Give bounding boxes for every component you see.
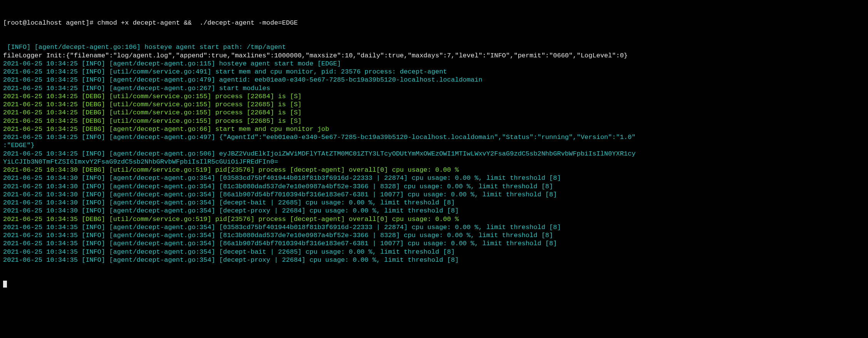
log-line: 2021-06-25 10:34:35 [INFO] [agent/decept… <box>3 223 865 231</box>
prompt-line: [root@localhost agent]# chmod +x decept-… <box>3 19 865 27</box>
log-line: 2021-06-25 10:34:25 [INFO] [agent/decept… <box>3 150 865 158</box>
log-line: 2021-06-25 10:34:25 [INFO] [agent/decept… <box>3 76 865 84</box>
log-line: 2021-06-25 10:34:30 [DEBG] [util/comm/se… <box>3 166 865 174</box>
log-line: 2021-06-25 10:34:30 [INFO] [agent/decept… <box>3 199 865 207</box>
log-line: [INFO] [agent/decept-agent.go:106] hoste… <box>3 43 865 51</box>
log-line: 2021-06-25 10:34:30 [INFO] [agent/decept… <box>3 191 865 199</box>
prompt-command: chmod +x decept-agent && ./decept-agent … <box>97 19 298 27</box>
log-line: 2021-06-25 10:34:30 [INFO] [agent/decept… <box>3 207 865 215</box>
cursor-block <box>3 281 7 288</box>
log-line: 2021-06-25 10:34:25 [INFO] [util/comm/se… <box>3 68 865 76</box>
log-line: 2021-06-25 10:34:30 [INFO] [agent/decept… <box>3 174 865 182</box>
terminal-output[interactable]: [root@localhost agent]# chmod +x decept-… <box>0 0 868 299</box>
log-line: 2021-06-25 10:34:25 [DEBG] [util/comm/se… <box>3 100 865 109</box>
log-line: 2021-06-25 10:34:35 [INFO] [agent/decept… <box>3 239 865 248</box>
log-line: 2021-06-25 10:34:35 [DEBG] [util/comm/se… <box>3 215 865 223</box>
log-line: :"EDGE"} <box>3 141 865 149</box>
log-lines: [INFO] [agent/decept-agent.go:106] hoste… <box>3 43 865 264</box>
prompt-user-host: [root@localhost agent]# <box>3 19 97 27</box>
log-line: 2021-06-25 10:34:25 [INFO] [agent/decept… <box>3 60 865 68</box>
log-line: 2021-06-25 10:34:25 [DEBG] [util/comm/se… <box>3 92 865 100</box>
log-line: 2021-06-25 10:34:35 [INFO] [agent/decept… <box>3 231 865 239</box>
log-line: 2021-06-25 10:34:25 [INFO] [agent/decept… <box>3 84 865 92</box>
log-line: 2021-06-25 10:34:25 [DEBG] [util/comm/se… <box>3 117 865 125</box>
cursor-line <box>3 281 865 289</box>
log-line: 2021-06-25 10:34:35 [INFO] [agent/decept… <box>3 256 865 264</box>
log-line: fileLogger Init:{"filename":"log/agent.l… <box>3 52 865 60</box>
log-line: 2021-06-25 10:34:30 [INFO] [agent/decept… <box>3 182 865 191</box>
log-line: 2021-06-25 10:34:25 [DEBG] [agent/decept… <box>3 125 865 133</box>
log-line: 2021-06-25 10:34:25 [DEBG] [util/comm/se… <box>3 109 865 117</box>
log-line: 2021-06-25 10:34:25 [INFO] [agent/decept… <box>3 133 865 141</box>
log-line: 2021-06-25 10:34:35 [INFO] [agent/decept… <box>3 248 865 256</box>
log-line: YiLCJIb3N0TmFtZSI6ImxvY2FsaG9zdC5sb2NhbG… <box>3 158 865 166</box>
